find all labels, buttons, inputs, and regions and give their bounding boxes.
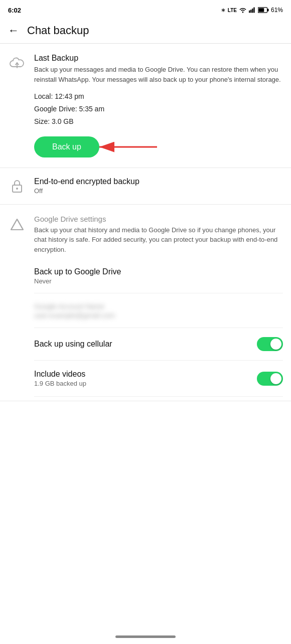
- gdrive-section-title: Google Drive settings: [34, 215, 283, 223]
- cellular-backup-label-block: Back up using cellular: [34, 340, 257, 349]
- svg-rect-7: [258, 8, 264, 12]
- last-backup-content: Last Backup Back up your messages and me…: [34, 54, 283, 157]
- bluetooth-icon: ∗: [221, 7, 226, 14]
- e2e-encryption-text: End-to-end encrypted backup Off: [34, 177, 283, 195]
- header: ← Chat backup: [0, 18, 291, 44]
- gdrive-header: Google Drive settings Back up your chat …: [8, 215, 283, 255]
- backup-button-container: Back up: [34, 136, 99, 157]
- svg-rect-2: [250, 10, 251, 13]
- include-videos-row[interactable]: Include videos 1.9 GB backed up: [34, 361, 283, 397]
- last-backup-section: Last Backup Back up your messages and me…: [0, 44, 291, 168]
- status-time: 6:02: [8, 7, 21, 14]
- backup-button[interactable]: Back up: [34, 136, 99, 157]
- svg-rect-3: [252, 9, 253, 13]
- status-bar: 6:02 ∗ LTE 61%: [0, 0, 291, 18]
- svg-line-14: [17, 219, 23, 230]
- upload-cloud-icon: [8, 55, 26, 73]
- include-videos-label: Include videos: [34, 370, 257, 379]
- annotation-arrow: [94, 137, 160, 157]
- svg-marker-13: [11, 219, 23, 230]
- battery-icon: [258, 7, 269, 13]
- gdrive-settings-section: Google Drive settings Back up your chat …: [0, 205, 291, 402]
- svg-line-16: [11, 219, 17, 230]
- cellular-backup-row[interactable]: Back up using cellular: [34, 328, 283, 361]
- backup-info: Local: 12:43 pm Google Drive: 5:35 am Si…: [34, 90, 283, 128]
- last-backup-title: Last Backup: [34, 54, 283, 63]
- home-indicator: [115, 635, 176, 638]
- battery-percent: 61%: [271, 7, 283, 14]
- googledrive-backup-time: Google Drive: 5:35 am: [34, 103, 283, 115]
- include-videos-sublabel: 1.9 GB backed up: [34, 380, 257, 387]
- page-title: Chat backup: [27, 24, 89, 37]
- gdrive-description: Back up your chat history and media to G…: [34, 225, 283, 255]
- account-name: Google Account Name: [34, 302, 283, 310]
- include-videos-toggle[interactable]: [257, 372, 283, 386]
- lte-icon: LTE: [228, 8, 237, 13]
- backup-size: Size: 3.0 GB: [34, 115, 283, 128]
- svg-rect-1: [249, 11, 250, 13]
- gdrive-content-items: Back up to Google Drive Never Google Acc…: [8, 259, 283, 397]
- local-backup-time: Local: 12:43 pm: [34, 90, 283, 103]
- svg-point-0: [242, 12, 243, 13]
- signal-icon: [249, 7, 256, 13]
- lock-icon: [8, 177, 26, 195]
- wifi-icon: [239, 7, 247, 13]
- include-videos-label-block: Include videos 1.9 GB backed up: [34, 370, 257, 387]
- account-row[interactable]: Google Account Name user.example@gmail.c…: [34, 293, 283, 328]
- status-icons: ∗ LTE 61%: [221, 7, 283, 14]
- gdrive-header-text: Google Drive settings Back up your chat …: [34, 215, 283, 255]
- back-button[interactable]: ←: [8, 24, 19, 37]
- account-email: user.example@gmail.com: [34, 311, 283, 319]
- cellular-backup-toggle-thumb: [270, 339, 281, 350]
- e2e-encryption-value: Off: [34, 187, 283, 195]
- svg-rect-4: [253, 8, 254, 13]
- backup-to-gdrive-row[interactable]: Back up to Google Drive Never: [34, 259, 283, 293]
- backup-to-gdrive-label: Back up to Google Drive: [34, 267, 283, 276]
- cellular-backup-toggle[interactable]: [257, 337, 283, 351]
- svg-point-12: [16, 188, 18, 190]
- svg-rect-6: [267, 9, 269, 11]
- include-videos-toggle-thumb: [270, 373, 281, 384]
- e2e-encryption-row[interactable]: End-to-end encrypted backup Off: [0, 168, 291, 205]
- cellular-backup-label: Back up using cellular: [34, 340, 257, 349]
- e2e-encryption-label: End-to-end encrypted backup: [34, 177, 283, 186]
- last-backup-description: Back up your messages and media to Googl…: [34, 65, 283, 84]
- google-drive-icon: [8, 216, 26, 234]
- backup-to-gdrive-value: Never: [34, 277, 283, 285]
